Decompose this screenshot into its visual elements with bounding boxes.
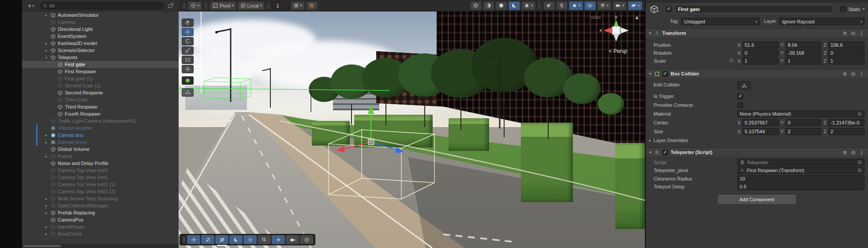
provides-contacts-checkbox[interactable] — [737, 102, 743, 108]
foldout-arrow-icon[interactable]: ▸ — [43, 13, 49, 17]
static-checkbox[interactable] — [840, 6, 846, 12]
size-y-field[interactable]: 2 — [786, 128, 821, 135]
pivot-mode-button[interactable]: Pivot▾ — [210, 1, 236, 10]
object-picker-icon[interactable] — [857, 111, 862, 116]
hierarchy-item-first-gate-1[interactable]: First gate (1) — [22, 75, 179, 82]
help-icon[interactable]: ? — [842, 71, 848, 77]
scene-fx-button[interactable]: ▾ — [569, 1, 583, 10]
foldout-arrow-icon[interactable]: ▾ — [649, 31, 651, 35]
position-z-field[interactable]: 106.6 — [828, 41, 864, 49]
clearance-radius-field[interactable]: 10 — [737, 175, 864, 182]
presets-icon[interactable] — [850, 150, 856, 155]
hierarchy-item-autowaresimulator[interactable]: ▸AutowareSimulator — [22, 11, 179, 19]
object-picker-icon[interactable] — [857, 160, 862, 165]
grid-visibility-button[interactable]: ▾ — [291, 1, 305, 10]
snap-increment-input[interactable]: 1 — [273, 2, 289, 10]
edit-collider-tool-button[interactable] — [182, 88, 194, 97]
scene-visibility-button[interactable] — [584, 1, 596, 10]
hierarchy-item-volume-weather[interactable]: Volume weather — [22, 124, 179, 132]
object-picker-icon[interactable] — [857, 168, 862, 173]
kebab-menu-icon[interactable] — [859, 71, 864, 77]
hierarchy-item-canvas-bus[interactable]: ▸Canvas bus — [22, 132, 179, 139]
presets-icon[interactable] — [850, 30, 856, 36]
size-x-field[interactable]: 5.107544 — [742, 128, 778, 135]
overlay-lighting-button[interactable] — [229, 235, 243, 244]
hierarchy-scrollbar[interactable] — [22, 244, 179, 248]
hierarchy-item-teleports[interactable]: ▾Teleports — [22, 54, 179, 61]
hierarchy-popout-icon[interactable] — [168, 2, 175, 10]
teleporter-pivot-object-field[interactable]: First Respawn (Transform) — [737, 167, 864, 174]
hierarchy-item-third-respawn[interactable]: Third Respawn — [22, 103, 179, 110]
shading-shadedwire-button[interactable] — [483, 1, 494, 10]
hierarchy-item-canvas-lexus[interactable]: ▸Canvas lexus — [22, 139, 179, 146]
position-x-field[interactable]: 51.6 — [742, 41, 778, 49]
hierarchy-item-eventsystem[interactable]: EventSystem — [22, 33, 179, 40]
hierarchy-item-multi-sensor-step-scanning[interactable]: ▸Multi Sensor Step Scanning — [22, 195, 179, 202]
foldout-arrow-icon[interactable]: ▸ — [43, 232, 49, 236]
foldout-arrow-icon[interactable]: ▾ — [43, 56, 49, 60]
hierarchy-item-fourth-respawn[interactable]: Fourth Respawn — [22, 110, 179, 117]
hierarchy-item-datacollectionmanager[interactable]: ▸DataCollectionManager — [22, 202, 179, 209]
tag-dropdown[interactable]: Untagged▾ — [681, 18, 760, 25]
layer-dropdown[interactable]: Ignore Raycast▾ — [779, 18, 864, 25]
hierarchy-item-traffic-light-camera-intersection-1[interactable]: Traffic Light Camera (Intersection#1) — [22, 117, 179, 124]
component-enabled-checkbox[interactable] — [662, 71, 668, 77]
rotation-y-field[interactable]: -29.168 — [786, 49, 821, 56]
hierarchy-item-first-gate[interactable]: First gate — [22, 61, 179, 68]
overlay-drag-handle[interactable] — [183, 237, 185, 243]
scale-x-field[interactable]: 1 — [742, 57, 778, 64]
foldout-arrow-icon[interactable]: ▸ — [43, 154, 49, 158]
handle-orientation-button[interactable]: Local▾ — [238, 1, 265, 10]
hierarchy-item-prefab-replacing[interactable]: ▸Prefab Replacing — [22, 209, 179, 216]
shading-wireframe-button[interactable] — [470, 1, 482, 10]
presets-icon[interactable] — [850, 71, 856, 77]
hand-tool-button[interactable] — [182, 19, 194, 27]
gameobject-name-field[interactable]: First gate — [675, 5, 834, 13]
orientation-gizmo[interactable]: y x — [591, 14, 640, 47]
static-toggle[interactable]: Static ▾ — [840, 6, 864, 12]
size-z-field[interactable]: 2 — [828, 128, 864, 135]
snap-toggle-button[interactable] — [306, 1, 318, 10]
overlay-camera-button[interactable] — [286, 235, 299, 244]
foldout-arrow-icon[interactable]: ▾ — [649, 150, 651, 154]
script-object-field[interactable]: Teleporter — [737, 159, 864, 166]
shading-shaded-button[interactable] — [496, 1, 507, 10]
transform-component-header[interactable]: ▾ Transform ? — [646, 28, 868, 38]
overlay-drag-handle[interactable] — [183, 14, 192, 16]
foldout-arrow-icon[interactable]: ▸ — [43, 225, 49, 229]
lighting-toggle-button[interactable] — [509, 1, 520, 10]
material-object-field[interactable]: None (Physics Material) — [737, 110, 864, 117]
lock-icon[interactable] — [634, 15, 640, 20]
add-object-button[interactable]: +▾ — [24, 2, 37, 10]
overlay-compass-button[interactable] — [300, 235, 313, 244]
center-x-field[interactable]: 0.2537557 — [742, 119, 778, 126]
center-z-field[interactable]: -1.214735e-0 — [828, 119, 864, 126]
kebab-menu-icon[interactable] — [859, 30, 864, 36]
hierarchy-item-hamidposes[interactable]: ▸hamidPoses — [22, 223, 179, 230]
perspective-label[interactable]: < Persp — [606, 48, 630, 55]
kebab-menu-icon[interactable] — [859, 150, 864, 155]
hierarchy-item-second-gate-1[interactable]: Second Gate (1) — [22, 82, 179, 89]
scale-y-field[interactable]: 1 — [786, 57, 821, 64]
scale-link-icon[interactable] — [729, 58, 734, 63]
foldout-arrow-icon[interactable]: ▸ — [43, 204, 49, 208]
camera-settings-button[interactable]: ▾ — [613, 1, 627, 10]
hierarchy-item-camera-top-view-int-2[interactable]: Camera Top View Int#2 — [22, 167, 179, 174]
custom-tool-button[interactable] — [182, 76, 194, 85]
hierarchy-item-scenarioselector[interactable]: ▸ScenarioSelector — [22, 47, 179, 54]
position-y-field[interactable]: 8.04 — [786, 41, 821, 49]
overlay-drag-handle[interactable] — [591, 17, 601, 19]
rotation-z-field[interactable]: 0 — [828, 49, 864, 56]
active-checkbox[interactable] — [666, 6, 672, 12]
overlay-settings-button[interactable] — [201, 235, 214, 244]
transform-tool-button[interactable] — [182, 65, 194, 73]
hierarchy-item-kashiwa3d-model[interactable]: ▸Kashiwa3D model — [22, 40, 179, 47]
is-trigger-checkbox[interactable] — [737, 94, 743, 99]
rect-tool-button[interactable] — [182, 56, 194, 64]
foldout-arrow-icon[interactable]: ▸ — [43, 41, 49, 45]
gizmos-button[interactable]: ▾ — [628, 1, 642, 10]
hierarchy-item-areacheck[interactable]: ▸AreaCheck — [22, 230, 179, 237]
foldout-arrow-icon[interactable]: ▸ — [43, 197, 49, 201]
scale-tool-button[interactable] — [182, 46, 194, 55]
view-options-button[interactable]: ▾ — [188, 1, 202, 10]
